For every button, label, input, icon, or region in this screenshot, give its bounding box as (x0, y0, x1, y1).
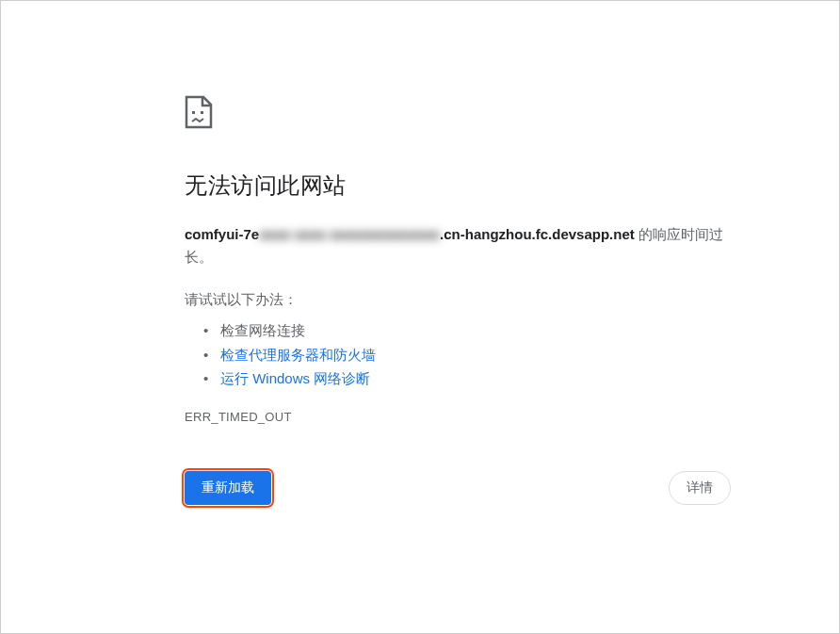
error-message: comfyui-7exxxx xxxx xxxxxxxxxxxxxx.cn-ha… (185, 223, 740, 268)
svg-rect-0 (192, 111, 195, 114)
details-button[interactable]: 详情 (669, 471, 731, 505)
hostname-suffix: .cn-hangzhou.fc.devsapp.net (440, 226, 635, 242)
reload-button[interactable]: 重新加载 (185, 471, 271, 505)
suggestion-link-diagnostics[interactable]: 运行 Windows 网络诊断 (220, 370, 370, 386)
suggestion-link-proxy[interactable]: 检查代理服务器和防火墙 (220, 347, 376, 363)
suggestion-item: 检查网络连接 (203, 318, 740, 343)
button-row: 重新加载 详情 (185, 471, 740, 505)
hostname-prefix: comfyui-7e (185, 226, 259, 242)
sad-page-icon (185, 95, 213, 129)
suggestion-label: 检查网络连接 (220, 322, 305, 338)
suggestions-intro: 请试试以下办法： (185, 291, 740, 309)
suggestion-item: 运行 Windows 网络诊断 (203, 366, 740, 391)
suggestion-item: 检查代理服务器和防火墙 (203, 343, 740, 367)
error-code: ERR_TIMED_OUT (185, 410, 740, 424)
page-title: 无法访问此网站 (185, 171, 740, 201)
suggestions-list: 检查网络连接 检查代理服务器和防火墙 运行 Windows 网络诊断 (185, 318, 740, 391)
svg-rect-1 (201, 111, 203, 114)
hostname-blurred: xxxx xxxx xxxxxxxxxxxxxx (259, 223, 440, 246)
